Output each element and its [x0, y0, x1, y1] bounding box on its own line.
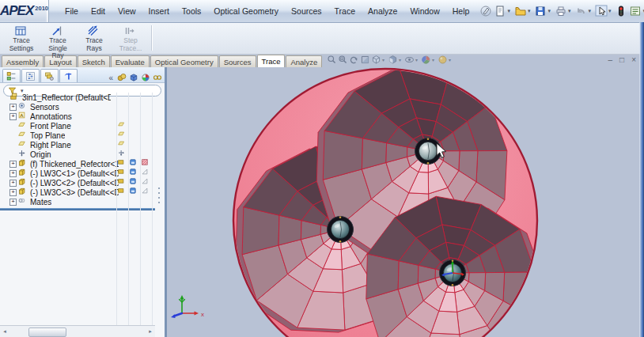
tree-item-front-plane[interactable]: Front Plane: [0, 121, 155, 131]
tree-item-annotations[interactable]: +AAnnotations: [0, 112, 155, 121]
mat-column-icon[interactable]: [118, 159, 127, 168]
annotate-pen-button[interactable]: [479, 5, 493, 17]
tree-item-3in1-reflector-default-display[interactable]: 3in1_Reflector (Default<Display State-1: [0, 93, 155, 102]
tree-item-top-plane[interactable]: Top Plane: [0, 131, 155, 140]
display-style-dropdown-caret[interactable]: ▾: [399, 57, 401, 62]
print-dropdown-caret[interactable]: ▾: [568, 8, 571, 14]
menu-file[interactable]: File: [59, 4, 85, 18]
expand-toggle[interactable]: +: [9, 161, 17, 168]
zoom-fit-button[interactable]: [327, 55, 337, 65]
tree-item-sensors[interactable]: +Sensors: [0, 102, 155, 112]
tree-item-lw3c-3-default-default-d[interactable]: +(-) LW3C<3> (Default<<Default>_D: [0, 187, 155, 197]
plane-column-icon[interactable]: [118, 121, 127, 130]
display-column-icon[interactable]: [130, 187, 138, 196]
menu-sources[interactable]: Sources: [285, 4, 328, 18]
scroll-right-arrow[interactable]: ▸: [146, 328, 155, 335]
menu-tools[interactable]: Tools: [176, 4, 208, 18]
expand-toggle[interactable]: +: [9, 170, 17, 177]
3d-scene[interactable]: x: [167, 54, 644, 337]
menu-analyze[interactable]: Analyze: [362, 4, 403, 18]
menu-trace[interactable]: Trace: [328, 4, 362, 18]
report-button[interactable]: ▾: [628, 5, 644, 17]
panel-tab-featuremanager[interactable]: [2, 69, 21, 82]
tree-item-origin[interactable]: Origin: [0, 150, 155, 159]
menu-view[interactable]: View: [112, 4, 142, 18]
view-orientation-button[interactable]: ▾: [371, 55, 387, 65]
mat-column-icon[interactable]: [118, 168, 127, 177]
new-document-dropdown-caret[interactable]: ▾: [507, 8, 510, 14]
tab-evaluate[interactable]: Evaluate: [111, 55, 150, 67]
trace-rays-button[interactable]: TraceRays: [76, 22, 112, 54]
appearances-button[interactable]: ▾: [421, 55, 437, 65]
tree-item-lw3c-2-default-default-d[interactable]: +(-) LW3C<2> (Default<<Default>_D: [0, 178, 155, 187]
doc-restore-down-button[interactable]: –: [608, 55, 613, 64]
select-cursor-button[interactable]: ▾: [594, 5, 615, 17]
tree-horizontal-scrollbar[interactable]: ◂ ▸: [0, 325, 155, 337]
panel-tab-apex-manager[interactable]: [59, 69, 78, 82]
plane-column-icon[interactable]: [118, 131, 127, 139]
menu-insert[interactable]: Insert: [142, 4, 176, 18]
tab-sketch[interactable]: Sketch: [78, 55, 110, 67]
zoom-area-button[interactable]: [338, 55, 348, 65]
tri-column-icon[interactable]: [142, 187, 150, 196]
tree-item-lw3c-1-default-default-d[interactable]: +(-) LW3C<1> (Default<<Default>_D: [0, 168, 155, 178]
tab-analyze[interactable]: Analyze: [286, 55, 322, 67]
open-folder-button[interactable]: ▾: [513, 5, 534, 17]
select-cursor-dropdown-caret[interactable]: ▾: [608, 8, 612, 14]
collapse-panel-icon[interactable]: «: [108, 74, 113, 82]
open-folder-dropdown-caret[interactable]: ▾: [528, 8, 531, 14]
new-document-button[interactable]: ▾: [493, 5, 513, 17]
panel-splitter-handle[interactable]: [158, 187, 160, 203]
menu-optical-geometry[interactable]: Optical Geometry: [207, 4, 285, 18]
display-column-icon[interactable]: [130, 178, 138, 187]
display-column-icon[interactable]: [130, 168, 138, 177]
expand-toggle[interactable]: +: [9, 199, 17, 206]
hatch-column-icon[interactable]: [142, 159, 150, 168]
view-orientation-dropdown-caret[interactable]: ▾: [382, 57, 385, 62]
expand-toggle[interactable]: +: [9, 189, 17, 196]
mat-column-icon[interactable]: [118, 178, 127, 187]
save-button[interactable]: ▾: [533, 5, 554, 17]
trace-single-ray-button[interactable]: TraceSingleRay: [40, 22, 76, 54]
view-settings-button[interactable]: ▾: [438, 55, 453, 65]
ray-trace-toggle-button[interactable]: [614, 5, 628, 17]
tab-assembly[interactable]: Assembly: [2, 55, 44, 67]
print-button[interactable]: ▾: [554, 5, 574, 17]
display-column-icon[interactable]: [130, 159, 138, 168]
tree-item-right-plane[interactable]: Right Plane: [0, 140, 155, 150]
menu-window[interactable]: Window: [403, 4, 445, 18]
tree-item-f-thickened-refector-1-default[interactable]: +(f) Thickened_Refector<1> (Default<: [0, 159, 155, 168]
tree-item-mates[interactable]: +Mates: [0, 197, 155, 206]
doc-close-button[interactable]: ×: [631, 55, 636, 64]
appearances-icon[interactable]: [117, 73, 127, 82]
tab-optical-geometry[interactable]: Optical Geometry: [150, 55, 218, 67]
tab-sources[interactable]: Sources: [219, 55, 256, 67]
tri-column-icon[interactable]: [142, 178, 150, 187]
tri-column-icon[interactable]: [142, 168, 150, 177]
view-settings-dropdown-caret[interactable]: ▾: [449, 57, 451, 62]
tree-pane-splitter[interactable]: [0, 208, 155, 210]
mat-column-icon[interactable]: [118, 187, 127, 196]
section-view-button[interactable]: [360, 55, 370, 65]
display-states-icon[interactable]: [141, 73, 150, 82]
trace-settings-button[interactable]: TraceSettings: [3, 22, 40, 54]
plane-column-icon[interactable]: [118, 140, 127, 149]
expand-toggle[interactable]: +: [9, 180, 17, 187]
undo-button[interactable]: ▾: [574, 5, 594, 17]
panel-tab-configurationmanager[interactable]: [40, 69, 59, 82]
undo-dropdown-caret[interactable]: ▾: [588, 8, 591, 14]
previous-view-button[interactable]: [349, 55, 359, 65]
doc-restore-button[interactable]: □: [619, 55, 624, 64]
origin-column-icon[interactable]: [118, 150, 127, 158]
menu-edit[interactable]: Edit: [85, 4, 112, 18]
display-style-button[interactable]: ▾: [388, 55, 403, 65]
panel-tab-propertymanager[interactable]: [21, 69, 40, 82]
scrollbar-thumb[interactable]: [28, 328, 66, 337]
hide-show-items-dropdown-caret[interactable]: ▾: [415, 57, 418, 62]
expand-toggle[interactable]: +: [9, 104, 17, 111]
hidden-types-icon[interactable]: [153, 73, 162, 82]
tab-trace[interactable]: Trace: [257, 55, 286, 67]
menu-help[interactable]: Help: [446, 4, 476, 18]
appearances-dropdown-caret[interactable]: ▾: [432, 57, 434, 62]
scroll-left-arrow[interactable]: ◂: [0, 328, 9, 335]
